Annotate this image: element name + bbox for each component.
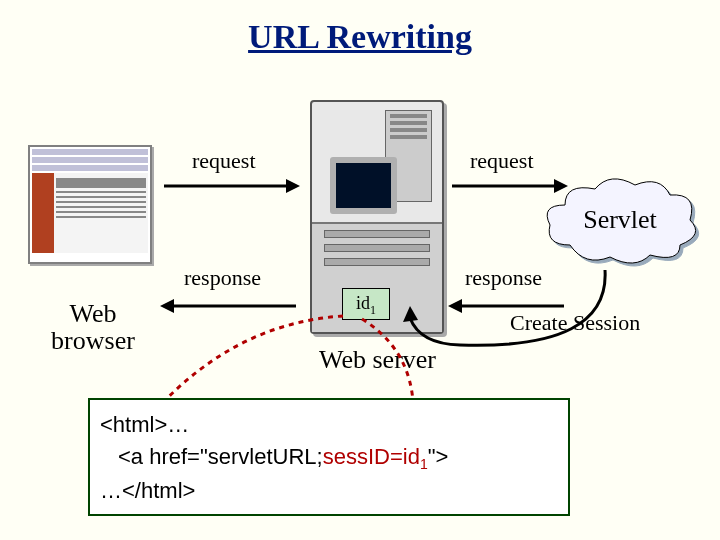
code-line-1: <html>…: [100, 412, 558, 438]
request-right-arrow: [448, 176, 568, 196]
request-left-arrow: [160, 176, 300, 196]
response-left-label: response: [184, 265, 261, 291]
code-line-3: …</html>: [100, 478, 558, 504]
servlet-label: Servlet: [560, 205, 680, 235]
svg-marker-5: [554, 179, 568, 193]
request-left-label: request: [192, 148, 256, 174]
page-title: URL Rewriting: [0, 18, 720, 56]
html-code-box: <html>… <a href="servletURL;sessID=id1">…: [88, 398, 570, 516]
svg-marker-1: [286, 179, 300, 193]
code-line-2: <a href="servletURL;sessID=id1">: [100, 444, 558, 472]
web-browser-graphic: [28, 145, 152, 264]
request-right-label: request: [470, 148, 534, 174]
